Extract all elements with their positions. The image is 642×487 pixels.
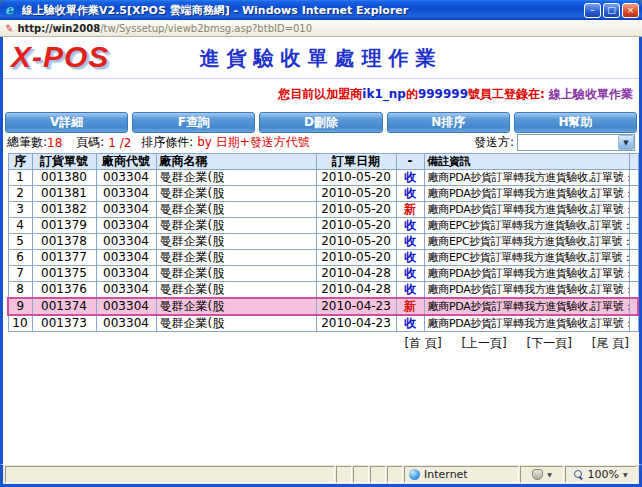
cell-seq: 3	[8, 202, 32, 218]
prev-page-link[interactable]: [上一頁]	[461, 336, 506, 350]
cell-order_no: 001379	[32, 218, 96, 234]
cell-date: 2010-05-20	[316, 234, 396, 250]
total-label: 總筆數:	[7, 134, 47, 151]
page-number: 1	[108, 136, 116, 150]
table-row[interactable]: 7001375003304曼群企業(股2010-04-28收廠商PDA抄貨訂單轉…	[8, 266, 638, 282]
login-mid: 的	[406, 87, 418, 101]
cell-end	[629, 186, 638, 202]
cell-order_no: 001382	[32, 202, 96, 218]
cell-vendor_code: 003304	[96, 202, 156, 218]
table-row[interactable]: 4001379003304曼群企業(股2010-05-20收廠商EPC抄貨訂單轉…	[8, 218, 638, 234]
protected-mode-panel[interactable]: ▼	[520, 466, 564, 483]
cell-date: 2010-04-23	[316, 298, 396, 315]
table-row[interactable]: 1001380003304曼群企業(股2010-05-20收廠商PDA抄貨訂單轉…	[8, 170, 638, 186]
cell-remark: 廠商EPC抄貨訂單轉我方進貨驗收,訂單號：001378	[424, 234, 629, 250]
table-body: 1001380003304曼群企業(股2010-05-20收廠商PDA抄貨訂單轉…	[8, 170, 638, 332]
cell-seq: 2	[8, 186, 32, 202]
first-page-link[interactable]: [首 頁]	[404, 336, 441, 350]
window-title: 線上驗收單作業V2.5[XPOS 雲端商務網] - Windows Intern…	[22, 3, 584, 18]
header-remark: 備註資訊	[424, 154, 629, 170]
help-button[interactable]: H幫助	[514, 112, 637, 133]
cell-date: 2010-05-20	[316, 186, 396, 202]
cell-order_no: 001380	[32, 170, 96, 186]
next-page-link[interactable]: [下一頁]	[527, 336, 572, 350]
cell-order_no: 001377	[32, 250, 96, 266]
detail-button[interactable]: V詳細	[5, 112, 128, 133]
cell-end	[629, 250, 638, 266]
table-row[interactable]: 2001381003304曼群企業(股2010-05-20收廠商PDA抄貨訂單轉…	[8, 186, 638, 202]
login-prefix: 您目前以加盟商	[278, 87, 362, 101]
login-suffix: 號員工登錄在:	[468, 87, 549, 101]
cell-date: 2010-04-28	[316, 266, 396, 282]
cell-seq: 10	[8, 315, 32, 332]
page-title: 進貨驗收單處理作業	[3, 45, 639, 72]
login-status: 您目前以加盟商ik1_np的999999號員工登錄在: 線上驗收單作業	[3, 86, 639, 104]
cell-status: 收	[396, 315, 424, 332]
cell-vendor_name: 曼群企業(股	[156, 315, 316, 332]
cell-seq: 5	[8, 234, 32, 250]
cell-vendor_code: 003304	[96, 315, 156, 332]
header-spacer	[629, 154, 638, 170]
address-bar: ✎ http://win2008 /tw/Syssetup/viewb2bmsg…	[0, 20, 642, 37]
chevron-down-icon: ▼	[623, 471, 628, 478]
cell-date: 2010-05-20	[316, 170, 396, 186]
cell-end	[629, 298, 638, 315]
cell-end	[629, 266, 638, 282]
sender-select[interactable]: ▼	[517, 134, 635, 151]
cell-vendor_code: 003304	[96, 250, 156, 266]
last-page-link[interactable]: [尾 頁]	[592, 336, 629, 350]
cell-remark: 廠商PDA抄貨訂單轉我方進貨驗收,訂單號：001382	[424, 202, 629, 218]
table-row[interactable]: 6001377003304曼群企業(股2010-05-20收廠商EPC抄貨訂單轉…	[8, 250, 638, 266]
table-row[interactable]: 5001378003304曼群企業(股2010-05-20收廠商EPC抄貨訂單轉…	[8, 234, 638, 250]
close-button[interactable]: ×	[622, 3, 639, 18]
cell-order_no: 001381	[32, 186, 96, 202]
cell-remark: 廠商EPC抄貨訂單轉我方進貨驗收,訂單號：001379	[424, 218, 629, 234]
cell-vendor_name: 曼群企業(股	[156, 186, 316, 202]
cell-date: 2010-05-20	[316, 202, 396, 218]
info-bar: 總筆數: 18 頁碼: 1 /2 排序條件: by 日期+發送方代號 發送方: …	[3, 133, 639, 151]
header-seq: 序	[8, 154, 32, 170]
zoom-panel[interactable]: 100% ▼	[565, 466, 637, 483]
cell-status: 收	[396, 170, 424, 186]
cell-vendor_name: 曼群企業(股	[156, 202, 316, 218]
status-message-panel	[5, 466, 335, 483]
url-path: /tw/Syssetup/viewb2bmsg.asp?btbID=010	[100, 23, 312, 34]
cell-vendor_name: 曼群企業(股	[156, 250, 316, 266]
zone-label: Internet	[424, 468, 468, 481]
total-count: 18	[47, 136, 62, 150]
page-total: /2	[120, 136, 132, 150]
header-order: 訂貨單號	[32, 154, 96, 170]
cell-remark: 廠商PDA抄貨訂單轉我方進貨驗收,訂單號：001381	[424, 186, 629, 202]
cell-vendor_code: 003304	[96, 282, 156, 299]
cell-remark: 廠商EPC抄貨訂單轉我方進貨驗收,訂單號：001377	[424, 250, 629, 266]
query-button[interactable]: F查詢	[132, 112, 255, 133]
sort-button[interactable]: N排序	[387, 112, 510, 133]
table-row[interactable]: 8001376003304曼群企業(股2010-04-28收廠商PDA抄貨訂單轉…	[8, 282, 638, 299]
chevron-down-icon[interactable]: ▼	[618, 135, 634, 150]
status-bar: Internet ▼ 100% ▼	[0, 464, 642, 484]
cell-status: 新	[396, 202, 424, 218]
toolbar: V詳細 F查詢 D刪除 N排序 H幫助	[4, 112, 638, 133]
cell-status: 收	[396, 250, 424, 266]
cell-seq: 9	[8, 298, 32, 315]
cell-vendor_name: 曼群企業(股	[156, 298, 316, 315]
cell-status: 收	[396, 218, 424, 234]
minimize-button[interactable]: –	[584, 3, 601, 18]
chevron-down-icon: ▼	[547, 471, 552, 478]
cell-end	[629, 170, 638, 186]
cell-end	[629, 218, 638, 234]
cell-vendor_name: 曼群企業(股	[156, 282, 316, 299]
cell-vendor_name: 曼群企業(股	[156, 170, 316, 186]
table-row[interactable]: 3001382003304曼群企業(股2010-05-20新廠商PDA抄貨訂單轉…	[8, 202, 638, 218]
cell-status: 收	[396, 266, 424, 282]
cell-status: 收	[396, 234, 424, 250]
cell-vendor_name: 曼群企業(股	[156, 234, 316, 250]
magnifier-icon	[574, 470, 583, 479]
table-row[interactable]: 9001374003304曼群企業(股2010-04-23新廠商PDA抄貨訂單轉…	[8, 298, 638, 315]
delete-button[interactable]: D刪除	[259, 112, 382, 133]
cell-date: 2010-05-20	[316, 218, 396, 234]
cell-end	[629, 234, 638, 250]
table-row[interactable]: 10001373003304曼群企業(股2010-04-23收廠商PDA抄貨訂單…	[8, 315, 638, 332]
login-location: 線上驗收單作業	[549, 87, 633, 101]
maximize-button[interactable]: □	[603, 3, 620, 18]
